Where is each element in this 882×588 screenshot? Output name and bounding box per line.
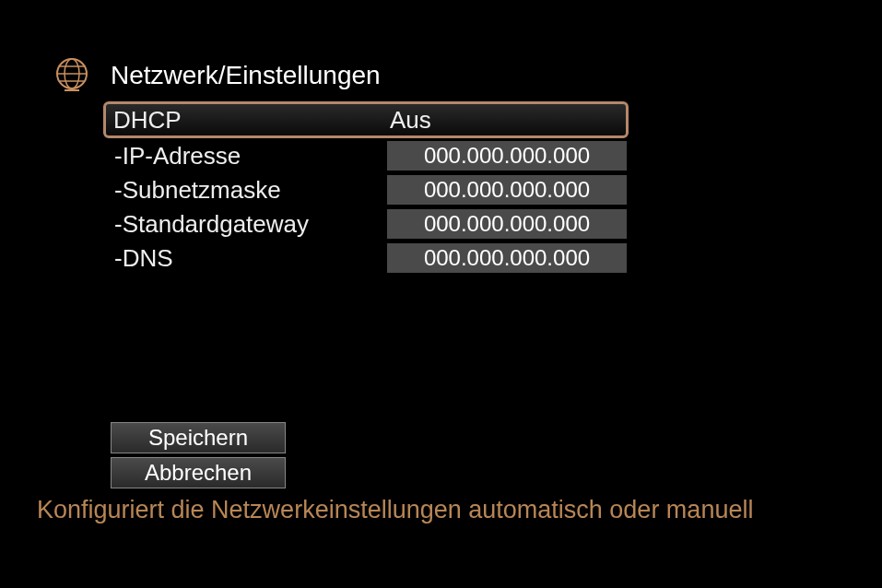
setting-dhcp-value: Aus — [390, 106, 431, 135]
setting-ip-label: -IP-Adresse — [103, 142, 380, 171]
setting-gateway[interactable]: -Standardgateway 000.000.000.000 — [103, 207, 629, 241]
cancel-button[interactable]: Abbrechen — [111, 457, 286, 488]
save-button[interactable]: Speichern — [111, 422, 286, 453]
help-text: Konfiguriert die Netzwerkeinstellungen a… — [37, 496, 753, 524]
setting-dns-label: -DNS — [103, 244, 380, 273]
setting-dns[interactable]: -DNS 000.000.000.000 — [103, 241, 629, 275]
setting-ip-value[interactable]: 000.000.000.000 — [387, 141, 627, 171]
globe-icon — [52, 55, 92, 96]
setting-dhcp-label: DHCP — [113, 106, 390, 135]
setting-dns-value[interactable]: 000.000.000.000 — [387, 243, 627, 273]
setting-subnet-value[interactable]: 000.000.000.000 — [387, 175, 627, 205]
setting-gateway-label: -Standardgateway — [103, 210, 380, 239]
setting-ip[interactable]: -IP-Adresse 000.000.000.000 — [103, 139, 629, 172]
setting-subnet-label: -Subnetzmaske — [103, 176, 380, 205]
header: Netzwerk/Einstellungen — [52, 55, 381, 96]
setting-dhcp[interactable]: DHCP Aus — [103, 101, 629, 138]
page-title: Netzwerk/Einstellungen — [111, 61, 381, 90]
setting-subnet[interactable]: -Subnetzmaske 000.000.000.000 — [103, 173, 629, 206]
settings-panel: DHCP Aus -IP-Adresse 000.000.000.000 -Su… — [103, 101, 629, 276]
setting-gateway-value[interactable]: 000.000.000.000 — [387, 209, 627, 239]
button-group: Speichern Abbrechen — [111, 422, 286, 488]
